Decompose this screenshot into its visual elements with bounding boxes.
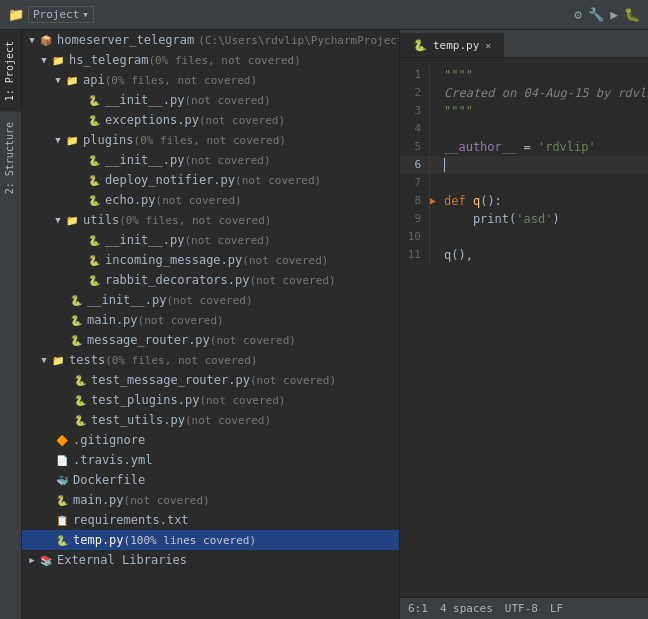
arrow-icon: ▼ bbox=[52, 215, 64, 225]
list-item[interactable]: ▼ 📁 plugins (0% files, not covered) bbox=[22, 130, 399, 150]
py-file-icon: 🐍 bbox=[54, 533, 70, 547]
sidebar-item-project[interactable]: 1: Project bbox=[0, 30, 21, 111]
toolbar-left: 📁 Project ▾ bbox=[8, 6, 94, 23]
list-item[interactable]: 🐍 incoming_message.py (not covered) bbox=[22, 250, 399, 270]
py-file-icon: 🐍 bbox=[68, 313, 84, 327]
main-area: 1: Project 2: Structure ▼ 📦 homeserver_t… bbox=[0, 30, 648, 619]
list-item[interactable]: 🔶 .gitignore bbox=[22, 430, 399, 450]
list-item[interactable]: 🐍 deploy_notifier.py (not covered) bbox=[22, 170, 399, 190]
settings-icon[interactable]: ⚙ bbox=[574, 7, 582, 22]
py-file-icon: 🐍 bbox=[86, 113, 102, 127]
list-item[interactable]: 🐍 temp.py (100% lines covered) bbox=[22, 530, 399, 550]
code-line: 9 print('asd') bbox=[400, 210, 648, 228]
tab-temp-py[interactable]: 🐍 temp.py ✕ bbox=[400, 33, 504, 57]
dropdown-arrow-icon: ▾ bbox=[82, 8, 89, 21]
folder-icon: 📁 bbox=[64, 213, 80, 227]
arrow-icon: ▼ bbox=[38, 55, 50, 65]
list-item[interactable]: 🐍 __init__.py (not covered) bbox=[22, 230, 399, 250]
py-file-icon: 🐍 bbox=[86, 173, 102, 187]
folder-icon: 📁 bbox=[64, 133, 80, 147]
py-file-icon: 🐍 bbox=[86, 153, 102, 167]
code-line: 10 bbox=[400, 228, 648, 246]
sidebar-item-structure[interactable]: 2: Structure bbox=[0, 111, 21, 204]
list-item[interactable]: 🐍 __init__.py (not covered) bbox=[22, 90, 399, 110]
list-item[interactable]: ▼ 📁 utils (0% files, not covered) bbox=[22, 210, 399, 230]
project-folder-icon: 📁 bbox=[8, 7, 24, 22]
ext-libs-icon: 📚 bbox=[38, 553, 54, 567]
folder-icon: 📁 bbox=[64, 73, 80, 87]
toolbar: 📁 Project ▾ ⚙ 🔧 ▶ 🐛 bbox=[0, 0, 648, 30]
py-file-icon: 🐍 bbox=[54, 493, 70, 507]
list-item[interactable]: 🐍 echo.py (not covered) bbox=[22, 190, 399, 210]
code-line: 11 q(), bbox=[400, 246, 648, 264]
list-item[interactable]: 📄 .travis.yml bbox=[22, 450, 399, 470]
code-line: 1 """" bbox=[400, 66, 648, 84]
code-line: 2 Created on 04-Aug-15 by rdvlip. bbox=[400, 84, 648, 102]
docker-file-icon: 🐳 bbox=[54, 473, 70, 487]
debug-icon[interactable]: 🐛 bbox=[624, 7, 640, 22]
code-line: 4 bbox=[400, 120, 648, 138]
list-item[interactable]: 🐍 rabbit_decorators.py (not covered) bbox=[22, 270, 399, 290]
list-item[interactable]: 📋 requirements.txt bbox=[22, 510, 399, 530]
run-icon[interactable]: ▶ bbox=[610, 7, 618, 22]
folder-icon: 📁 bbox=[50, 353, 66, 367]
py-file-icon: 🐍 bbox=[72, 373, 88, 387]
project-label: Project bbox=[33, 8, 79, 21]
git-icon: 🔶 bbox=[54, 433, 70, 447]
folder-icon: 📁 bbox=[50, 53, 66, 67]
list-item[interactable]: 🐳 Dockerfile bbox=[22, 470, 399, 490]
py-file-icon: 🐍 bbox=[86, 93, 102, 107]
code-editor[interactable]: 1 """" 2 Created on 04-Aug-15 by rdvlip.… bbox=[400, 58, 648, 597]
arrow-icon: ▼ bbox=[38, 355, 50, 365]
toolbar-icons: ⚙ 🔧 ▶ 🐛 bbox=[574, 7, 640, 22]
list-item[interactable]: 🐍 test_message_router.py (not covered) bbox=[22, 370, 399, 390]
code-line: 7 bbox=[400, 174, 648, 192]
list-item[interactable]: 🐍 main.py (not covered) bbox=[22, 310, 399, 330]
py-file-icon: 🐍 bbox=[68, 333, 84, 347]
list-item[interactable]: 🐍 test_utils.py (not covered) bbox=[22, 410, 399, 430]
tab-bar: 🐍 temp.py ✕ bbox=[400, 30, 648, 58]
arrow-icon: ▶ bbox=[26, 555, 38, 565]
py-file-icon: 🐍 bbox=[86, 233, 102, 247]
project-dropdown[interactable]: Project ▾ bbox=[28, 6, 94, 23]
code-line: 3 """" bbox=[400, 102, 648, 120]
arrow-icon: ▼ bbox=[52, 75, 64, 85]
py-file-icon: 🐍 bbox=[72, 413, 88, 427]
code-line: 5 __author__ = 'rdvlip' bbox=[400, 138, 648, 156]
arrow-icon: ▼ bbox=[26, 35, 38, 45]
encoding-indicator: UTF-8 bbox=[505, 602, 538, 615]
tree-root[interactable]: ▼ 📦 homeserver_telegram (C:\Users\rdvlip… bbox=[22, 30, 399, 50]
tab-close-button[interactable]: ✕ bbox=[485, 40, 491, 51]
line-sep-indicator: LF bbox=[550, 602, 563, 615]
arrow-icon: ▼ bbox=[52, 135, 64, 145]
yml-file-icon: 📄 bbox=[54, 453, 70, 467]
project-panel: ▼ 📦 homeserver_telegram (C:\Users\rdvlip… bbox=[22, 30, 400, 619]
code-line: 8 ▶ def q(): bbox=[400, 192, 648, 210]
project-icon: 📦 bbox=[38, 33, 54, 47]
py-file-icon: 🐍 bbox=[68, 293, 84, 307]
list-item[interactable]: 🐍 __init__.py (not covered) bbox=[22, 290, 399, 310]
list-item[interactable]: ▶ 📚 External Libraries bbox=[22, 550, 399, 570]
list-item[interactable]: 🐍 message_router.py (not covered) bbox=[22, 330, 399, 350]
list-item[interactable]: ▼ 📁 hs_telegram (0% files, not covered) bbox=[22, 50, 399, 70]
list-item[interactable]: 🐍 exceptions.py (not covered) bbox=[22, 110, 399, 130]
list-item[interactable]: 🐍 test_plugins.py (not covered) bbox=[22, 390, 399, 410]
code-content: 1 """" 2 Created on 04-Aug-15 by rdvlip.… bbox=[400, 62, 648, 268]
py-file-icon: 🐍 bbox=[72, 393, 88, 407]
status-bar: 6:1 4 spaces UTF-8 LF bbox=[400, 597, 648, 619]
build-icon[interactable]: 🔧 bbox=[588, 7, 604, 22]
py-file-icon: 🐍 bbox=[86, 193, 102, 207]
indent-indicator: 4 spaces bbox=[440, 602, 493, 615]
py-file-icon: 🐍 bbox=[86, 273, 102, 287]
py-file-icon: 🐍 bbox=[86, 253, 102, 267]
side-tabs: 1: Project 2: Structure bbox=[0, 30, 22, 619]
txt-file-icon: 📋 bbox=[54, 513, 70, 527]
list-item[interactable]: ▼ 📁 api (0% files, not covered) bbox=[22, 70, 399, 90]
py-tab-icon: 🐍 bbox=[413, 39, 427, 52]
list-item[interactable]: 🐍 __init__.py (not covered) bbox=[22, 150, 399, 170]
list-item[interactable]: 🐍 main.py (not covered) bbox=[22, 490, 399, 510]
tab-label: temp.py bbox=[433, 39, 479, 52]
code-line: 6 bbox=[400, 156, 648, 174]
line-col-indicator: 6:1 bbox=[408, 602, 428, 615]
list-item[interactable]: ▼ 📁 tests (0% files, not covered) bbox=[22, 350, 399, 370]
